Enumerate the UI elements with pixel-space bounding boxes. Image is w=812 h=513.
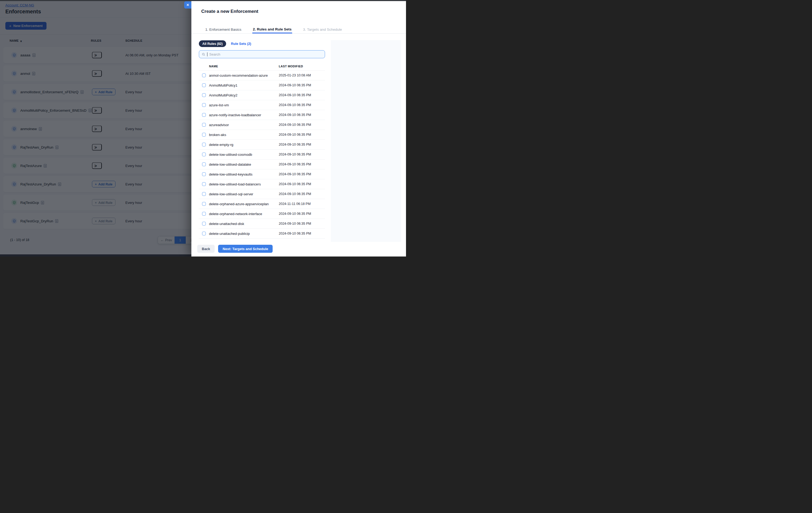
rule-checkbox[interactable]: [202, 202, 206, 206]
rule-last-modified: 2024-09-10 06:35 PM: [279, 133, 311, 137]
rule-checkbox[interactable]: [202, 103, 206, 107]
rule-row[interactable]: delete-low-utilised-cosmodb 2024-09-10 0…: [199, 150, 325, 159]
rule-row[interactable]: delete-low-utilised-datalake 2024-09-10 …: [199, 159, 325, 170]
rule-checkbox[interactable]: [202, 222, 206, 225]
rule-checkbox[interactable]: [202, 133, 206, 137]
rule-row[interactable]: delete-low-utilised-keyvaults 2024-09-10…: [199, 170, 325, 179]
rule-checkbox[interactable]: [202, 232, 206, 235]
rule-row[interactable]: azureadvisor 2024-09-10 06:35 PM: [199, 120, 325, 130]
rule-row[interactable]: azure-notify-inactive-loadbalancer 2024-…: [199, 110, 325, 120]
rule-checkbox[interactable]: [202, 113, 206, 117]
back-button[interactable]: Back: [197, 245, 214, 253]
selected-rules-panel: [331, 40, 401, 242]
rule-name: broken-aks: [209, 133, 226, 137]
all-rules-tab[interactable]: All Rules (82): [199, 40, 226, 47]
rule-checkbox[interactable]: [202, 73, 206, 77]
rule-checkbox[interactable]: [202, 153, 206, 156]
drawer-title: Create a new Enforcement: [201, 9, 258, 14]
rule-last-modified: 2024-11-11 06:18 PM: [279, 202, 311, 206]
step-rules-and-rule-sets[interactable]: 2. Rules and Rule Sets: [252, 26, 292, 33]
rules-table-body: anmol-custom-recommendation-azure 2025-0…: [199, 70, 325, 239]
rule-name: delete-unattached-publicip: [209, 232, 250, 236]
rule-last-modified: 2024-09-10 06:35 PM: [279, 232, 311, 235]
rule-last-modified: 2024-09-10 06:35 PM: [279, 172, 311, 176]
rule-last-modified: 2025-01-23 10:08 AM: [279, 73, 311, 77]
close-button[interactable]: ✕: [184, 1, 192, 8]
rule-name: delete-orphaned-azure-appserviceplan: [209, 202, 269, 206]
rule-search[interactable]: [199, 50, 325, 58]
step-targets-and-schedule: 3. Targets and Schedule: [302, 26, 342, 33]
rule-last-modified: 2024-09-10 06:35 PM: [279, 143, 311, 146]
search-icon: [202, 53, 205, 56]
rule-last-modified: 2024-09-10 06:35 PM: [279, 182, 311, 186]
rule-name: delete-low-utilised-sql-server: [209, 192, 253, 196]
rule-name: AnmolMultiPolicy1: [209, 83, 237, 87]
create-enforcement-drawer: ✕ Create a new Enforcement 1. Enforcemen…: [192, 1, 406, 256]
rule-last-modified: 2024-09-10 06:35 PM: [279, 83, 311, 87]
rule-row[interactable]: delete-unattached-disk 2024-09-10 06:35 …: [199, 219, 325, 229]
rule-row[interactable]: delete-low-utilised-load-balancers 2024-…: [199, 179, 325, 189]
rule-sets-tab[interactable]: Rule Sets (2): [231, 42, 251, 46]
screen: Account: CCM-NG Enforcements + New Enfor…: [0, 0, 406, 256]
rule-checkbox[interactable]: [202, 83, 206, 87]
rule-checkbox[interactable]: [202, 143, 206, 146]
wizard-steps: 1. Enforcement Basics 2. Rules and Rule …: [205, 26, 342, 33]
rule-row[interactable]: AnmolMultiPolicy2 2024-09-10 06:35 PM: [199, 90, 325, 100]
rule-name: delete-low-utilised-cosmodb: [209, 153, 252, 157]
rule-name: delete-empty-rg: [209, 143, 233, 147]
drawer-footer: Back Next: Targets and Schedule: [197, 245, 272, 253]
rule-row[interactable]: delete-orphaned-azure-appserviceplan 202…: [199, 199, 325, 209]
rule-name: delete-low-utilised-load-balancers: [209, 182, 261, 186]
rule-row[interactable]: delete-unattached-publicip 2024-09-10 06…: [199, 229, 325, 239]
step-enforcement-basics[interactable]: 1. Enforcement Basics: [205, 26, 242, 33]
rule-checkbox[interactable]: [202, 172, 206, 176]
rule-name: anmol-custom-recommendation-azure: [209, 73, 268, 78]
rule-last-modified: 2024-09-10 06:35 PM: [279, 162, 311, 166]
rule-row[interactable]: AnmolMultiPolicy1 2024-09-10 06:35 PM: [199, 81, 325, 90]
rule-row[interactable]: delete-orphaned-network-interface 2024-0…: [199, 209, 325, 219]
rule-checkbox[interactable]: [202, 182, 206, 186]
rule-last-modified: 2024-09-10 06:35 PM: [279, 212, 311, 216]
rules-table: NAME LAST MODIFIED anmol-custom-recommen…: [199, 62, 325, 239]
divider: [192, 33, 406, 34]
close-icon: ✕: [186, 3, 189, 7]
rule-row[interactable]: delete-empty-rg 2024-09-10 06:35 PM: [199, 140, 325, 150]
text-cursor: [207, 52, 207, 56]
rule-row[interactable]: azure-list-vm 2024-09-10 06:35 PM: [199, 100, 325, 110]
rule-name: azureadvisor: [209, 123, 229, 127]
column-header-name: NAME: [209, 65, 218, 68]
rule-row[interactable]: delete-low-utilised-sql-server 2024-09-1…: [199, 189, 325, 199]
rule-checkbox[interactable]: [202, 192, 206, 196]
rule-last-modified: 2024-09-10 06:35 PM: [279, 123, 311, 127]
search-input[interactable]: [209, 52, 322, 56]
rule-row[interactable]: anmol-custom-recommendation-azure 2025-0…: [199, 70, 325, 81]
rule-name: delete-low-utilised-keyvaults: [209, 172, 253, 176]
rule-last-modified: 2024-09-10 06:35 PM: [279, 113, 311, 117]
rule-last-modified: 2024-09-10 06:35 PM: [279, 103, 311, 107]
rules-table-header: NAME LAST MODIFIED: [199, 62, 325, 70]
rule-checkbox[interactable]: [202, 162, 206, 166]
rule-last-modified: 2024-09-10 06:35 PM: [279, 93, 311, 97]
rule-name: AnmolMultiPolicy2: [209, 93, 237, 97]
rule-checkbox[interactable]: [202, 93, 206, 97]
rule-checkbox[interactable]: [202, 212, 206, 216]
rule-name: azure-notify-inactive-loadbalancer: [209, 113, 261, 117]
rule-row[interactable]: broken-aks 2024-09-10 06:35 PM: [199, 130, 325, 140]
rule-last-modified: 2024-09-10 06:35 PM: [279, 222, 311, 225]
rule-name: delete-unattached-disk: [209, 222, 244, 226]
rule-last-modified: 2024-09-10 06:35 PM: [279, 192, 311, 196]
rule-last-modified: 2024-09-10 06:35 PM: [279, 153, 311, 156]
rule-checkbox[interactable]: [202, 123, 206, 127]
rule-name: delete-orphaned-network-interface: [209, 212, 262, 216]
next-button[interactable]: Next: Targets and Schedule: [218, 245, 272, 253]
top-bar: [0, 0, 406, 1]
rule-name: azure-list-vm: [209, 103, 229, 107]
column-header-last-modified: LAST MODIFIED: [279, 65, 303, 68]
rule-name: delete-low-utilised-datalake: [209, 162, 251, 167]
rule-filters: All Rules (82) Rule Sets (2): [199, 40, 251, 47]
